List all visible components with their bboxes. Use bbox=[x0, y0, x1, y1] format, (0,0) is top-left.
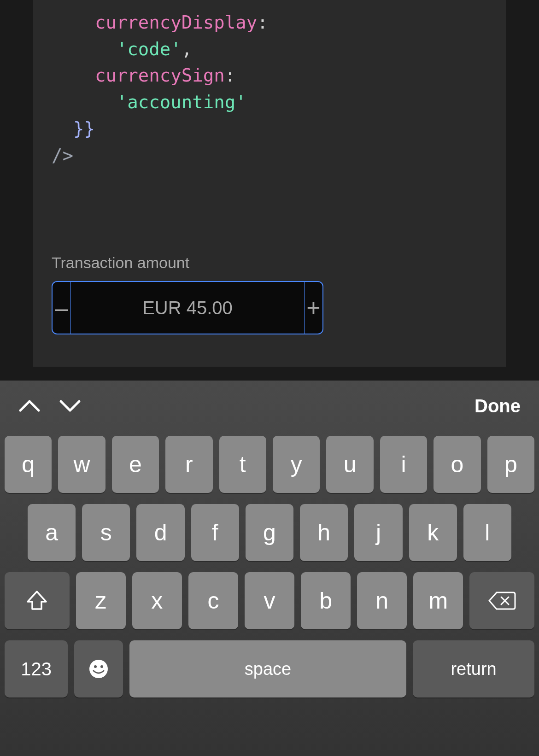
key-z[interactable]: z bbox=[76, 572, 126, 629]
key-k[interactable]: k bbox=[409, 504, 457, 561]
key-v[interactable]: v bbox=[245, 572, 294, 629]
number-input: – + bbox=[52, 281, 323, 334]
key-d[interactable]: d bbox=[136, 504, 184, 561]
key-w[interactable]: w bbox=[58, 436, 105, 493]
shift-key[interactable] bbox=[5, 572, 70, 629]
virtual-keyboard: Done q w e r t y u i o p a s d f g h j k… bbox=[0, 381, 539, 756]
key-e[interactable]: e bbox=[112, 436, 159, 493]
numbers-key[interactable]: 123 bbox=[5, 640, 68, 697]
code-property: currencySign bbox=[95, 65, 225, 86]
field-label: Transaction amount bbox=[52, 254, 487, 272]
key-l[interactable]: l bbox=[463, 504, 511, 561]
key-i[interactable]: i bbox=[380, 436, 427, 493]
decrement-button[interactable]: – bbox=[53, 282, 71, 334]
key-o[interactable]: o bbox=[434, 436, 480, 493]
space-key[interactable]: space bbox=[129, 640, 406, 697]
code-property: currencyDisplay bbox=[95, 12, 257, 33]
shift-icon bbox=[25, 589, 49, 613]
code-block: currencyDisplay: 'code', currencySign: '… bbox=[52, 9, 487, 169]
key-r[interactable]: r bbox=[165, 436, 212, 493]
emoji-icon bbox=[88, 659, 109, 679]
key-s[interactable]: s bbox=[82, 504, 130, 561]
key-q[interactable]: q bbox=[5, 436, 52, 493]
increment-button[interactable]: + bbox=[304, 282, 322, 334]
return-key[interactable]: return bbox=[413, 640, 534, 697]
key-b[interactable]: b bbox=[301, 572, 351, 629]
done-button[interactable]: Done bbox=[475, 396, 521, 416]
key-f[interactable]: f bbox=[191, 504, 239, 561]
key-y[interactable]: y bbox=[273, 436, 320, 493]
key-p[interactable]: p bbox=[487, 436, 534, 493]
code-editor: currencyDisplay: 'code', currencySign: '… bbox=[33, 0, 506, 226]
key-u[interactable]: u bbox=[326, 436, 373, 493]
svg-point-2 bbox=[100, 665, 103, 668]
preview-panel: Transaction amount – + bbox=[33, 226, 506, 367]
key-x[interactable]: x bbox=[132, 572, 182, 629]
key-g[interactable]: g bbox=[246, 504, 293, 561]
code-tag-close: /> bbox=[52, 145, 73, 166]
svg-point-1 bbox=[94, 665, 97, 668]
code-string: 'accounting' bbox=[117, 92, 246, 112]
key-c[interactable]: c bbox=[188, 572, 238, 629]
keyboard-row-3: z x c v b n m bbox=[5, 572, 534, 629]
svg-point-0 bbox=[89, 660, 108, 678]
key-a[interactable]: a bbox=[28, 504, 76, 561]
emoji-key[interactable] bbox=[74, 640, 123, 697]
key-t[interactable]: t bbox=[219, 436, 266, 493]
keyboard-nav bbox=[18, 399, 81, 412]
key-h[interactable]: h bbox=[300, 504, 348, 561]
keyboard-row-2: a s d f g h j k l bbox=[5, 504, 534, 561]
backspace-icon bbox=[488, 591, 516, 611]
backspace-key[interactable] bbox=[469, 572, 534, 629]
keyboard-toolbar: Done bbox=[0, 381, 539, 431]
key-j[interactable]: j bbox=[354, 504, 402, 561]
code-braces: }} bbox=[73, 118, 95, 139]
next-field-button[interactable] bbox=[59, 399, 81, 412]
amount-field[interactable] bbox=[71, 282, 304, 334]
code-string: 'code' bbox=[117, 39, 182, 59]
key-n[interactable]: n bbox=[357, 572, 407, 629]
keyboard-row-4: 123 space return bbox=[5, 640, 534, 697]
key-m[interactable]: m bbox=[413, 572, 463, 629]
keyboard-row-1: q w e r t y u i o p bbox=[5, 436, 534, 493]
previous-field-button[interactable] bbox=[18, 399, 41, 412]
